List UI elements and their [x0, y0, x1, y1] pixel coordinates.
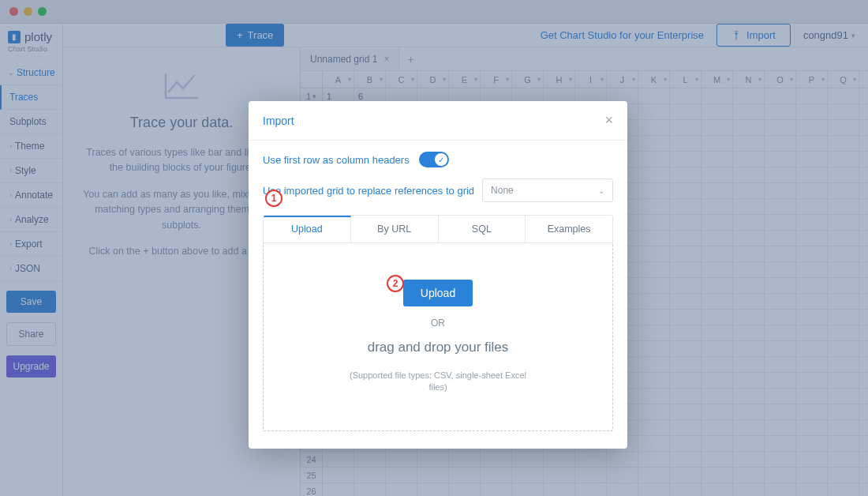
chevron-down-icon: ⌄	[598, 186, 604, 195]
tab-by-url[interactable]: By URL	[351, 216, 439, 242]
close-icon[interactable]: ×	[604, 112, 613, 129]
annotation-1: 1	[265, 190, 282, 207]
tab-upload[interactable]: Upload	[264, 216, 351, 242]
option-first-row-headers: Use first row as column headers ✓	[263, 152, 613, 167]
toggle-first-row-headers[interactable]: ✓	[419, 152, 449, 167]
drag-drop-text: drag and drop your files	[279, 340, 597, 355]
supported-types-text: (Supported file types: CSV, single-sheet…	[343, 370, 533, 394]
check-icon: ✓	[435, 153, 447, 166]
replace-grid-select[interactable]: None ⌄	[482, 178, 613, 202]
option-replace-grid: Use imported grid to replace references …	[263, 178, 613, 202]
upload-dropzone[interactable]: Upload OR drag and drop your files (Supp…	[263, 243, 613, 431]
modal-title: Import	[263, 115, 294, 127]
or-divider: OR	[279, 318, 597, 329]
tab-sql[interactable]: SQL	[439, 216, 526, 242]
upload-button[interactable]: Upload	[403, 280, 473, 306]
import-modal: Import × Use first row as column headers…	[249, 101, 627, 449]
annotation-2: 2	[387, 275, 404, 292]
import-tabs: Upload By URL SQL Examples	[263, 215, 613, 243]
tab-examples[interactable]: Examples	[526, 216, 612, 242]
modal-header: Import ×	[249, 101, 627, 141]
